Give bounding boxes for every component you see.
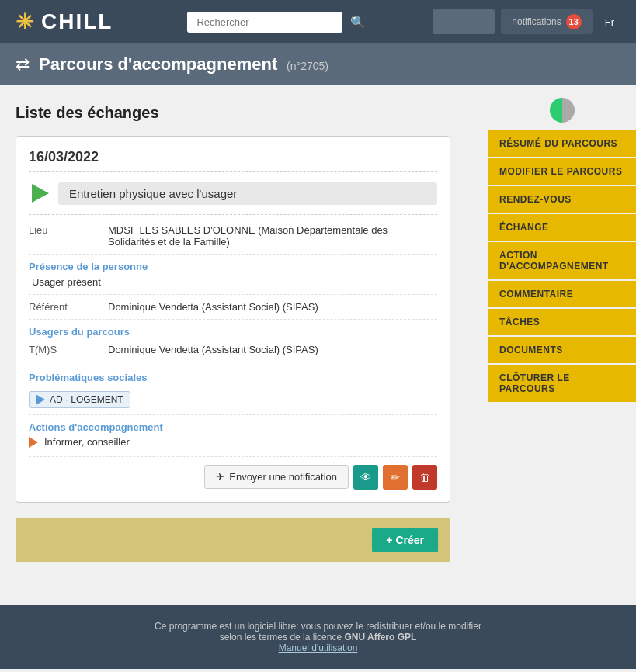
- page-header: ⇄ Parcours d'accompagnement (n°2705): [0, 43, 636, 85]
- exchange-type-row: Entretien physique avec l'usager: [29, 182, 437, 215]
- create-button[interactable]: + Créer: [372, 528, 438, 552]
- problematiques-row: Problématiques sociales AD - LOGEMENT: [29, 369, 437, 415]
- search-bar: 🔍: [187, 12, 370, 33]
- notifications-label: notifications: [512, 16, 561, 27]
- logo: ✳ CHILL: [16, 9, 113, 35]
- footer: Ce programme est un logiciel libre: vous…: [0, 605, 636, 669]
- page-header-text: Parcours d'accompagnement (n°2705): [39, 54, 328, 74]
- footer-manual-link[interactable]: Manuel d'utilisation: [279, 643, 358, 653]
- content-area: Liste des échanges 16/03/2022 Entretien …: [0, 85, 488, 590]
- footer-line2: selon les termes de la licence GNU Affer…: [16, 632, 620, 643]
- presence-row: Présence de la personne Usager présent: [29, 261, 437, 295]
- logo-icon: ✳: [16, 9, 35, 35]
- sidebar-item-action[interactable]: ACTION D'ACCOMPAGNEMENT: [488, 242, 636, 279]
- sidebar-item-cloturer[interactable]: CLÔTURER LE PARCOURS: [488, 365, 636, 402]
- delete-button[interactable]: 🗑: [412, 465, 437, 490]
- exchange-date: 16/03/2022: [29, 149, 437, 172]
- page-subtitle: (n°2705): [287, 60, 328, 72]
- lieu-value: MDSF LES SABLES D'OLONNE (Maison Départe…: [108, 224, 437, 248]
- view-button[interactable]: 👁: [353, 465, 378, 490]
- sidebar-item-commentaire[interactable]: COMMENTAIRE: [488, 281, 636, 307]
- presence-value: Usager présent: [32, 276, 101, 288]
- tms-label: T(M)S: [29, 344, 99, 355]
- usagers-label: Usagers du parcours: [29, 326, 437, 338]
- card-footer: ✈ Envoyer une notification 👁 ✏ 🗑: [29, 465, 437, 490]
- lieu-row: Lieu MDSF LES SABLES D'OLONNE (Maison Dé…: [29, 224, 437, 255]
- eye-icon: 👁: [360, 471, 371, 483]
- header-empty-btn: [433, 9, 495, 34]
- sidebar-toggle: [488, 93, 636, 127]
- trash-icon: 🗑: [419, 471, 430, 483]
- sidebar-item-modifier[interactable]: MODIFIER LE PARCOURS: [488, 158, 636, 185]
- language-button[interactable]: Fr: [599, 13, 620, 31]
- referent-row: Référent Dominique Vendetta (Assistant S…: [29, 301, 437, 320]
- footer-line1: Ce programme est un logiciel libre: vous…: [16, 621, 620, 632]
- footer-manual-row: Manuel d'utilisation: [16, 643, 620, 653]
- search-button[interactable]: 🔍: [346, 12, 370, 33]
- action-value: Informer, conseiller: [44, 436, 130, 448]
- actions-label: Actions d'accompagnement: [29, 421, 437, 433]
- play-icon-green: [32, 184, 49, 203]
- page-title: Parcours d'accompagnement: [39, 54, 277, 74]
- problematiques-label: Problématiques sociales: [29, 372, 437, 383]
- lieu-label: Lieu: [29, 224, 99, 248]
- notify-label: Envoyer une notification: [229, 471, 337, 483]
- create-bar: + Créer: [16, 518, 450, 562]
- exchange-type-icon: [29, 182, 52, 205]
- parcours-icon: ⇄: [16, 54, 30, 74]
- header-right: notifications 13 Fr: [433, 9, 620, 34]
- logo-text: CHILL: [41, 9, 113, 34]
- badge-logement-label: AD - LOGEMENT: [50, 394, 123, 405]
- notifications-button[interactable]: notifications 13: [501, 9, 592, 34]
- main-layout: Liste des échanges 16/03/2022 Entretien …: [0, 85, 636, 590]
- badge-logement: AD - LOGEMENT: [29, 391, 437, 408]
- notifications-badge: 13: [566, 14, 582, 29]
- sidebar-item-documents[interactable]: DOCUMENTS: [488, 337, 636, 363]
- exchange-card: 16/03/2022 Entretien physique avec l'usa…: [16, 136, 450, 503]
- action-badge: Informer, conseiller: [29, 436, 130, 448]
- sidebar-item-echange[interactable]: ÉCHANGE: [488, 214, 636, 241]
- action-icon: [29, 437, 38, 448]
- exchange-type-label: Entretien physique avec l'usager: [58, 182, 437, 205]
- footer-license: GNU Affero GPL: [344, 632, 416, 643]
- section-title: Liste des échanges: [16, 104, 473, 122]
- search-input[interactable]: [187, 12, 342, 33]
- notify-button[interactable]: ✈ Envoyer une notification: [204, 465, 349, 489]
- header: ✳ CHILL 🔍 notifications 13 Fr: [0, 0, 636, 43]
- actions-accompagnement-row: Actions d'accompagnement Informer, conse…: [29, 421, 437, 457]
- usagers-section: Usagers du parcours: [29, 326, 437, 338]
- badge-play-icon: [36, 394, 45, 405]
- sidebar-item-taches[interactable]: TÂCHES: [488, 309, 636, 335]
- notify-arrow-icon: ✈: [216, 471, 224, 483]
- tms-row: T(M)S Dominique Vendetta (Assistant Soci…: [29, 344, 437, 362]
- tms-value: Dominique Vendetta (Assistant Social) (S…: [108, 344, 318, 355]
- sidebar-item-rendez-vous[interactable]: RENDEZ-VOUS: [488, 186, 636, 213]
- edit-button[interactable]: ✏: [383, 465, 408, 490]
- referent-label: Référent: [29, 301, 99, 313]
- sidebar: RÉSUMÉ DU PARCOURS MODIFIER LE PARCOURS …: [488, 85, 636, 590]
- referent-value: Dominique Vendetta (Assistant Social) (S…: [108, 301, 318, 313]
- toggle-button[interactable]: [550, 98, 575, 123]
- presence-label: Présence de la personne: [29, 261, 437, 272]
- sidebar-item-resume[interactable]: RÉSUMÉ DU PARCOURS: [488, 130, 636, 157]
- edit-icon: ✏: [391, 471, 400, 483]
